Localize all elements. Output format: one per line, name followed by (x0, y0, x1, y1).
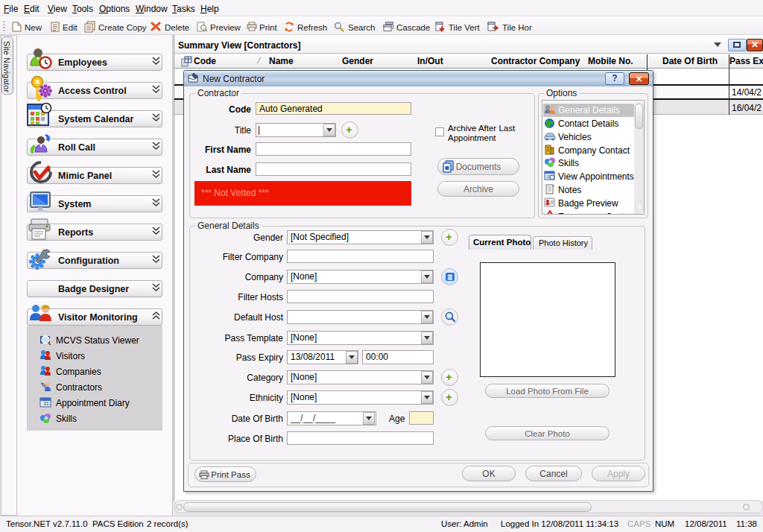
svg-text:31: 31 (43, 401, 49, 406)
